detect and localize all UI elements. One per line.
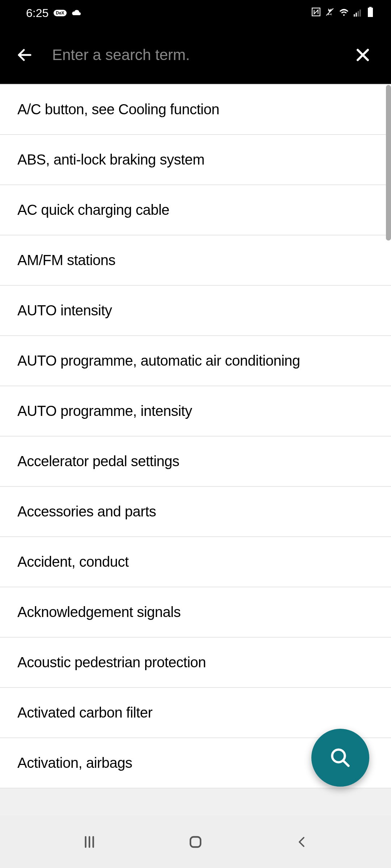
back-button[interactable] xyxy=(14,45,35,65)
svg-rect-5 xyxy=(360,9,361,17)
list-item[interactable]: Accelerator pedal settings xyxy=(0,437,391,487)
dex-badge: DeX xyxy=(54,10,66,16)
home-button[interactable] xyxy=(185,831,206,853)
status-time: 6:25 xyxy=(26,7,49,20)
svg-rect-2 xyxy=(354,14,355,17)
scrollbar[interactable] xyxy=(386,85,391,241)
list-item[interactable]: AUTO intensity xyxy=(0,286,391,336)
close-icon xyxy=(354,46,371,64)
nfc-icon xyxy=(311,7,321,19)
status-right xyxy=(311,7,374,20)
list-item[interactable]: Acoustic pedestrian protection xyxy=(0,638,391,688)
recents-icon xyxy=(82,834,97,850)
svg-rect-3 xyxy=(356,13,357,17)
list-item[interactable]: A/C button, see Cooling function xyxy=(0,85,391,135)
vibrate-icon xyxy=(325,7,335,19)
svg-rect-7 xyxy=(368,8,373,17)
svg-line-9 xyxy=(343,761,349,766)
navigation-bar xyxy=(0,816,391,868)
chevron-left-icon xyxy=(295,834,308,850)
search-results-list[interactable]: A/C button, see Cooling function ABS, an… xyxy=(0,84,391,788)
wifi-icon xyxy=(339,7,349,19)
back-nav-button[interactable] xyxy=(291,831,312,853)
search-header xyxy=(0,26,391,84)
cloud-icon xyxy=(72,7,82,19)
search-fab[interactable] xyxy=(311,729,369,787)
arrow-left-icon xyxy=(16,46,33,64)
list-item[interactable]: Acknowledgement signals xyxy=(0,587,391,638)
status-left: 6:25 DeX xyxy=(26,7,82,20)
svg-rect-13 xyxy=(190,837,201,847)
search-icon xyxy=(329,747,351,769)
list-item[interactable]: Accessories and parts xyxy=(0,487,391,537)
svg-rect-6 xyxy=(369,7,372,8)
list-item[interactable]: Accident, conduct xyxy=(0,537,391,587)
clear-button[interactable] xyxy=(353,45,373,65)
svg-rect-4 xyxy=(358,11,359,17)
search-input[interactable] xyxy=(52,46,335,64)
status-bar: 6:25 DeX xyxy=(0,0,391,26)
recents-button[interactable] xyxy=(79,831,100,853)
home-icon xyxy=(188,834,203,850)
list-item[interactable]: AC quick charging cable xyxy=(0,185,391,235)
list-item[interactable]: ABS, anti-lock braking system xyxy=(0,135,391,185)
list-item[interactable]: AM/FM stations xyxy=(0,235,391,286)
battery-icon xyxy=(367,7,374,20)
list-item[interactable]: AUTO programme, intensity xyxy=(0,386,391,437)
signal-icon xyxy=(353,7,363,19)
list-item[interactable]: AUTO programme, automatic air conditioni… xyxy=(0,336,391,386)
